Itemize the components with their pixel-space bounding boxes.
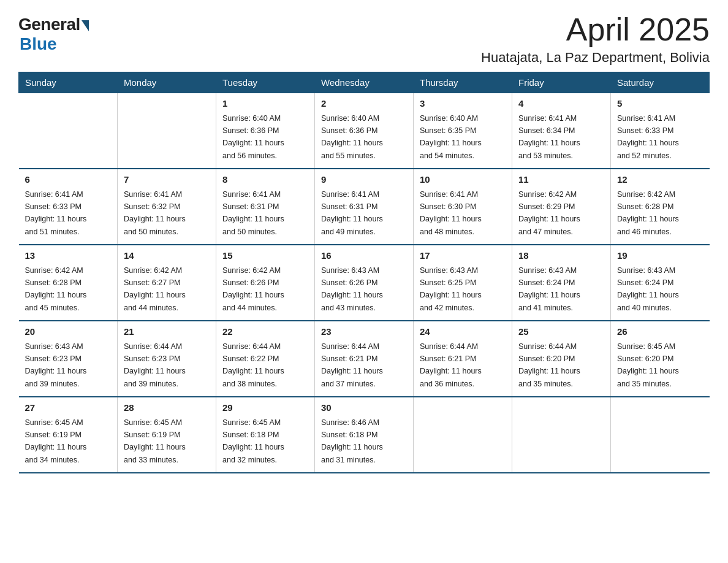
calendar-week-1: 1Sunrise: 6:40 AMSunset: 6:36 PMDaylight… [19, 93, 710, 169]
calendar-cell: 23Sunrise: 6:44 AMSunset: 6:21 PMDayligh… [315, 321, 414, 397]
header-cell-sunday: Sunday [19, 72, 118, 93]
day-info: Sunrise: 6:45 AMSunset: 6:18 PMDaylight:… [222, 418, 284, 464]
day-info: Sunrise: 6:45 AMSunset: 6:19 PMDaylight:… [25, 418, 87, 464]
day-number: 9 [321, 173, 407, 187]
day-number: 20 [25, 325, 112, 339]
logo-arrow-icon [82, 20, 89, 31]
calendar-cell: 28Sunrise: 6:45 AMSunset: 6:19 PMDayligh… [118, 397, 216, 473]
header: General Blue April 2025 Huatajata, La Pa… [18, 12, 710, 66]
day-number: 25 [518, 325, 604, 339]
day-info: Sunrise: 6:46 AMSunset: 6:18 PMDaylight:… [321, 418, 383, 464]
day-number: 17 [420, 249, 506, 263]
day-number: 7 [124, 173, 210, 187]
day-number: 1 [222, 97, 308, 111]
page-subtitle: Huatajata, La Paz Department, Bolivia [481, 50, 710, 66]
day-number: 12 [617, 173, 703, 187]
day-number: 23 [321, 325, 407, 339]
day-info: Sunrise: 6:41 AMSunset: 6:31 PMDaylight:… [222, 190, 284, 236]
header-cell-wednesday: Wednesday [315, 72, 414, 93]
header-row: SundayMondayTuesdayWednesdayThursdayFrid… [19, 72, 710, 93]
calendar-cell: 17Sunrise: 6:43 AMSunset: 6:25 PMDayligh… [414, 245, 512, 321]
calendar-cell: 26Sunrise: 6:45 AMSunset: 6:20 PMDayligh… [611, 321, 710, 397]
calendar-week-5: 27Sunrise: 6:45 AMSunset: 6:19 PMDayligh… [19, 397, 710, 473]
day-info: Sunrise: 6:44 AMSunset: 6:22 PMDaylight:… [222, 342, 284, 388]
calendar-cell: 27Sunrise: 6:45 AMSunset: 6:19 PMDayligh… [19, 397, 118, 473]
logo: General Blue [18, 12, 89, 54]
day-number: 19 [617, 249, 703, 263]
day-info: Sunrise: 6:41 AMSunset: 6:30 PMDaylight:… [420, 190, 482, 236]
day-number: 11 [518, 173, 604, 187]
calendar-cell: 24Sunrise: 6:44 AMSunset: 6:21 PMDayligh… [414, 321, 512, 397]
day-number: 8 [222, 173, 308, 187]
day-info: Sunrise: 6:42 AMSunset: 6:27 PMDaylight:… [124, 266, 186, 312]
day-number: 21 [124, 325, 210, 339]
calendar-cell: 4Sunrise: 6:41 AMSunset: 6:34 PMDaylight… [512, 93, 611, 169]
calendar-cell: 13Sunrise: 6:42 AMSunset: 6:28 PMDayligh… [19, 245, 118, 321]
logo-general-text: General [18, 15, 80, 34]
calendar-cell: 29Sunrise: 6:45 AMSunset: 6:18 PMDayligh… [216, 397, 315, 473]
day-number: 30 [321, 401, 407, 415]
calendar-cell: 11Sunrise: 6:42 AMSunset: 6:29 PMDayligh… [512, 169, 611, 245]
calendar-cell: 10Sunrise: 6:41 AMSunset: 6:30 PMDayligh… [414, 169, 512, 245]
day-info: Sunrise: 6:44 AMSunset: 6:21 PMDaylight:… [321, 342, 383, 388]
day-info: Sunrise: 6:42 AMSunset: 6:28 PMDaylight:… [25, 266, 87, 312]
day-info: Sunrise: 6:41 AMSunset: 6:33 PMDaylight:… [25, 190, 87, 236]
day-number: 2 [321, 97, 407, 111]
day-info: Sunrise: 6:41 AMSunset: 6:34 PMDaylight:… [518, 114, 580, 160]
header-cell-tuesday: Tuesday [216, 72, 315, 93]
calendar-cell [118, 93, 216, 169]
calendar-cell [19, 93, 118, 169]
calendar-cell: 1Sunrise: 6:40 AMSunset: 6:36 PMDaylight… [216, 93, 315, 169]
calendar-cell: 14Sunrise: 6:42 AMSunset: 6:27 PMDayligh… [118, 245, 216, 321]
day-info: Sunrise: 6:41 AMSunset: 6:32 PMDaylight:… [124, 190, 186, 236]
day-info: Sunrise: 6:42 AMSunset: 6:26 PMDaylight:… [222, 266, 284, 312]
day-number: 28 [124, 401, 210, 415]
day-number: 24 [420, 325, 506, 339]
header-cell-monday: Monday [118, 72, 216, 93]
day-number: 26 [617, 325, 703, 339]
day-number: 15 [222, 249, 308, 263]
calendar-cell: 2Sunrise: 6:40 AMSunset: 6:36 PMDaylight… [315, 93, 414, 169]
header-cell-thursday: Thursday [414, 72, 512, 93]
day-info: Sunrise: 6:44 AMSunset: 6:23 PMDaylight:… [124, 342, 186, 388]
calendar-header: SundayMondayTuesdayWednesdayThursdayFrid… [19, 72, 710, 93]
day-info: Sunrise: 6:43 AMSunset: 6:24 PMDaylight:… [617, 266, 679, 312]
day-info: Sunrise: 6:44 AMSunset: 6:20 PMDaylight:… [518, 342, 580, 388]
calendar-cell: 19Sunrise: 6:43 AMSunset: 6:24 PMDayligh… [611, 245, 710, 321]
calendar-cell: 30Sunrise: 6:46 AMSunset: 6:18 PMDayligh… [315, 397, 414, 473]
calendar-table: SundayMondayTuesdayWednesdayThursdayFrid… [18, 72, 710, 473]
day-number: 14 [124, 249, 210, 263]
calendar-cell: 6Sunrise: 6:41 AMSunset: 6:33 PMDaylight… [19, 169, 118, 245]
header-cell-saturday: Saturday [611, 72, 710, 93]
calendar-cell [512, 397, 611, 473]
calendar-cell: 5Sunrise: 6:41 AMSunset: 6:33 PMDaylight… [611, 93, 710, 169]
calendar-week-4: 20Sunrise: 6:43 AMSunset: 6:23 PMDayligh… [19, 321, 710, 397]
day-number: 29 [222, 401, 308, 415]
day-info: Sunrise: 6:41 AMSunset: 6:31 PMDaylight:… [321, 190, 383, 236]
calendar-cell [611, 397, 710, 473]
day-number: 5 [617, 97, 703, 111]
calendar-cell: 25Sunrise: 6:44 AMSunset: 6:20 PMDayligh… [512, 321, 611, 397]
calendar-cell [414, 397, 512, 473]
logo-blue-text: Blue [20, 34, 57, 54]
calendar-cell: 18Sunrise: 6:43 AMSunset: 6:24 PMDayligh… [512, 245, 611, 321]
day-info: Sunrise: 6:43 AMSunset: 6:24 PMDaylight:… [518, 266, 580, 312]
title-block: April 2025 Huatajata, La Paz Department,… [481, 12, 710, 66]
day-number: 22 [222, 325, 308, 339]
calendar-cell: 21Sunrise: 6:44 AMSunset: 6:23 PMDayligh… [118, 321, 216, 397]
day-info: Sunrise: 6:40 AMSunset: 6:36 PMDaylight:… [222, 114, 284, 160]
day-number: 16 [321, 249, 407, 263]
day-info: Sunrise: 6:43 AMSunset: 6:25 PMDaylight:… [420, 266, 482, 312]
day-info: Sunrise: 6:43 AMSunset: 6:26 PMDaylight:… [321, 266, 383, 312]
header-cell-friday: Friday [512, 72, 611, 93]
calendar-cell: 3Sunrise: 6:40 AMSunset: 6:35 PMDaylight… [414, 93, 512, 169]
day-info: Sunrise: 6:45 AMSunset: 6:20 PMDaylight:… [617, 342, 679, 388]
calendar-cell: 16Sunrise: 6:43 AMSunset: 6:26 PMDayligh… [315, 245, 414, 321]
day-info: Sunrise: 6:40 AMSunset: 6:36 PMDaylight:… [321, 114, 383, 160]
calendar-cell: 22Sunrise: 6:44 AMSunset: 6:22 PMDayligh… [216, 321, 315, 397]
page-title: April 2025 [481, 12, 710, 47]
day-number: 3 [420, 97, 506, 111]
day-info: Sunrise: 6:44 AMSunset: 6:21 PMDaylight:… [420, 342, 482, 388]
calendar-week-3: 13Sunrise: 6:42 AMSunset: 6:28 PMDayligh… [19, 245, 710, 321]
day-number: 10 [420, 173, 506, 187]
